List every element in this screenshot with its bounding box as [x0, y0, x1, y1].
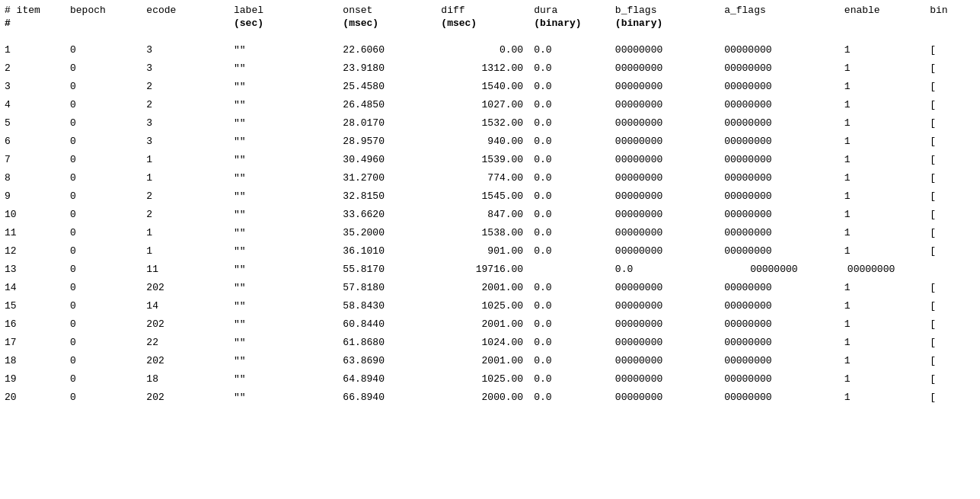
cell-diff: 847.00: [436, 206, 529, 224]
cell-item: 16: [0, 315, 65, 334]
cell-dura: 0.0: [529, 206, 611, 224]
cell-aflags: 00000000: [720, 133, 840, 151]
cell-bepoch: 0: [65, 242, 142, 261]
table-row: 8 0 1 "" 31.2700 774.00 0.0 00000000 000…: [0, 169, 980, 187]
table-row: 13 0 11 "" 55.8170 19716.00 0.0 00000000…: [0, 261, 980, 279]
cell-ecode: 14: [142, 297, 229, 315]
cell-bin: [: [925, 370, 980, 389]
cell-onset: 25.4580: [338, 78, 436, 96]
cell-bin: [: [925, 78, 980, 96]
cell-bflags: 00000000: [611, 151, 720, 169]
cell-ecode: 202: [142, 315, 229, 334]
cell-onset: 36.1010: [338, 242, 436, 261]
col-subheader-bflags: (binary): [611, 16, 720, 30]
cell-ecode: 3: [142, 59, 229, 78]
cell-bflags: 00000000: [611, 206, 720, 224]
cell-label: "": [229, 187, 338, 206]
cell-label: "": [229, 261, 338, 279]
cell-item: 4: [0, 96, 65, 114]
cell-item: 8: [0, 169, 65, 187]
cell-bflags: 00000000: [611, 59, 720, 78]
cell-bepoch: 0: [65, 96, 142, 114]
cell-bin: [925, 261, 980, 279]
table-row: 16 0 202 "" 60.8440 2001.00 0.0 00000000…: [0, 315, 980, 334]
table-row: 5 0 3 "" 28.0170 1532.00 0.0 00000000 00…: [0, 114, 980, 133]
cell-bepoch: 0: [65, 315, 142, 334]
cell-aflags: 00000000: [720, 59, 840, 78]
cell-enable: 1: [840, 187, 925, 206]
col-subheader-enable: [840, 16, 925, 30]
cell-bepoch: 0: [65, 133, 142, 151]
cell-dura: 0.0: [529, 297, 611, 315]
cell-ecode: 1: [142, 169, 229, 187]
cell-label: "": [229, 114, 338, 133]
table-row: 18 0 202 "" 63.8690 2001.00 0.0 00000000…: [0, 352, 980, 370]
cell-bepoch: 0: [65, 59, 142, 78]
cell-item: 6: [0, 133, 65, 151]
cell-diff: 2000.00: [436, 389, 529, 407]
cell-bflags: 00000000: [611, 242, 720, 261]
cell-bflags: 00000000: [611, 297, 720, 315]
cell-aflags: 00000000: [720, 370, 840, 389]
cell-item: 5: [0, 114, 65, 133]
cell-diff: 2001.00: [436, 315, 529, 334]
cell-bflags: 00000000: [611, 370, 720, 389]
table-row: 19 0 18 "" 64.8940 1025.00 0.0 00000000 …: [0, 370, 980, 389]
cell-aflags: 00000000: [720, 78, 840, 96]
main-table-container: # item bepoch ecode label onset diff dur…: [0, 0, 980, 410]
header-row-2: # (sec) (msec) (msec) (binary) (binary): [0, 16, 980, 30]
cell-enable: 1: [840, 133, 925, 151]
cell-bin: [: [925, 59, 980, 78]
col-header-diff: diff: [436, 3, 529, 16]
col-header-enable: enable: [840, 3, 925, 16]
cell-item: 10: [0, 206, 65, 224]
cell-onset: 26.4850: [338, 96, 436, 114]
col-subheader-aflags: [720, 16, 840, 30]
cell-bin: [: [925, 41, 980, 59]
cell-enable: 1: [840, 206, 925, 224]
cell-diff: 1540.00: [436, 78, 529, 96]
cell-dura: 0.0: [529, 151, 611, 169]
cell-ecode: 3: [142, 114, 229, 133]
cell-onset: 32.8150: [338, 187, 436, 206]
cell-bepoch: 0: [65, 389, 142, 407]
cell-aflags: 00000000: [720, 352, 840, 370]
col-header-bflags: b_flags: [611, 3, 720, 16]
table-row: 15 0 14 "" 58.8430 1025.00 0.0 00000000 …: [0, 297, 980, 315]
cell-dura: 0.0: [529, 352, 611, 370]
cell-diff: 1027.00: [436, 96, 529, 114]
cell-item: 3: [0, 78, 65, 96]
cell-label: "": [229, 315, 338, 334]
cell-ecode: 18: [142, 370, 229, 389]
cell-bin: [: [925, 169, 980, 187]
cell-item: 14: [0, 279, 65, 297]
cell-enable: 1: [840, 242, 925, 261]
cell-bflags: 00000000: [611, 133, 720, 151]
cell-bflags: 00000000: [611, 96, 720, 114]
cell-onset: 28.0170: [338, 114, 436, 133]
cell-bin: [: [925, 297, 980, 315]
cell-onset: 58.8430: [338, 297, 436, 315]
cell-diff: 1312.00: [436, 59, 529, 78]
cell-label: "": [229, 370, 338, 389]
col-header-onset: onset: [338, 3, 436, 16]
cell-onset: 64.8940: [338, 370, 436, 389]
cell-bin: [: [925, 187, 980, 206]
col-header-item: # item: [0, 3, 65, 16]
col-subheader-ecode: [142, 16, 229, 30]
cell-bepoch: 0: [65, 279, 142, 297]
cell-bflags: 00000000: [611, 169, 720, 187]
cell-aflags: 00000000: [720, 41, 840, 59]
cell-onset: 55.8170: [338, 261, 436, 279]
col-subheader-dura: (binary): [529, 16, 611, 30]
cell-bin: [: [925, 315, 980, 334]
cell-bflags: 00000000: [611, 187, 720, 206]
cell-ecode: 11: [142, 261, 229, 279]
cell-ecode: 22: [142, 334, 229, 352]
col-subheader-diff: (msec): [436, 16, 529, 30]
cell-enable: 1: [840, 96, 925, 114]
cell-item: 12: [0, 242, 65, 261]
cell-item: 7: [0, 151, 65, 169]
cell-bepoch: 0: [65, 114, 142, 133]
cell-dura: [529, 261, 611, 279]
